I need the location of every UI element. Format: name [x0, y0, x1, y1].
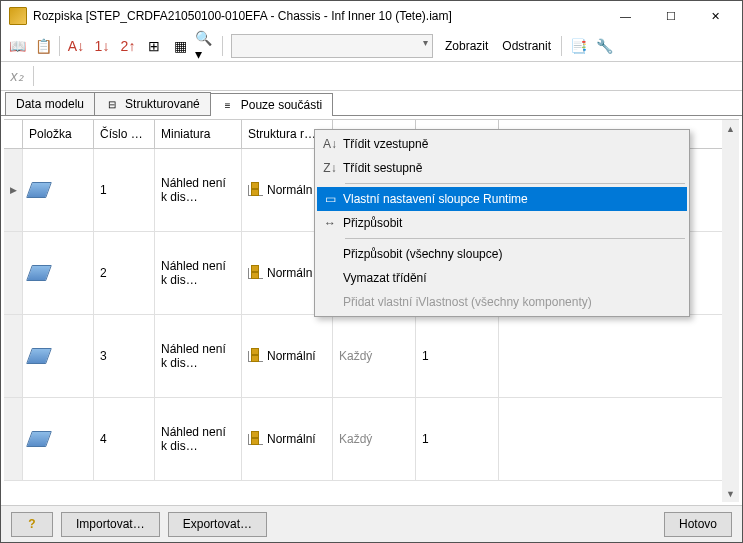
row-header-corner — [4, 120, 23, 148]
context-menu: A↓Třídit vzestupně Z↓Třídit sestupně ▭Vl… — [314, 129, 690, 317]
tab-label: Strukturované — [125, 97, 200, 111]
fit-icon: ↔ — [317, 216, 343, 230]
main-toolbar: 📖 📋 A↓ 1↓ 2↑ ⊞ ▦ 🔍▾ Zobrazit Odstranit 📑… — [1, 31, 742, 62]
separator — [33, 66, 34, 86]
menu-add-iproperty: Přidat vlastní iVlastnost (všechny kompo… — [317, 290, 687, 314]
menu-separator — [345, 238, 685, 239]
menu-fit-all[interactable]: Přizpůsobit (všechny sloupce) — [317, 242, 687, 266]
settings-icon: ▭ — [317, 192, 343, 206]
minimize-button[interactable]: — — [603, 2, 648, 31]
menu-separator — [345, 183, 685, 184]
cell-miniatura: Náhled není k dis… — [155, 398, 242, 480]
cell-polozka — [23, 315, 94, 397]
row-indicator — [4, 398, 23, 480]
tab-parts-only[interactable]: ≡Pouze součásti — [210, 93, 333, 116]
app-icon — [9, 7, 27, 25]
help-button[interactable]: ? — [11, 512, 53, 537]
sort-desc-icon: Z↓ — [317, 161, 343, 175]
row-indicator — [4, 315, 23, 397]
tab-label: Data modelu — [16, 97, 84, 111]
cell-miniatura: Náhled není k dis… — [155, 315, 242, 397]
tab-structured[interactable]: ⊟Strukturované — [94, 92, 211, 115]
cell-miniatura: Náhled není k dis… — [155, 149, 242, 231]
done-button[interactable]: Hotovo — [664, 512, 732, 537]
sort-asc-icon: A↓ — [317, 137, 343, 151]
menu-custom-column[interactable]: ▭Vlastní nastavení sloupce Runtime — [317, 187, 687, 211]
tree-icon: ⊟ — [105, 97, 119, 111]
menu-fit[interactable]: ↔Přizpůsobit — [317, 211, 687, 235]
part-icon — [26, 182, 52, 198]
structure-icon — [248, 268, 263, 279]
table-row[interactable]: 4 Náhled není k dis… Normální Každý 1 — [4, 398, 739, 481]
cell-cislo: 2 — [94, 232, 155, 314]
separator — [561, 36, 562, 56]
col-miniatura[interactable]: Miniatura — [155, 120, 242, 148]
close-button[interactable]: ✕ — [693, 2, 738, 31]
row-indicator: ▶ — [4, 149, 23, 231]
cell-jednotka: Každý — [333, 315, 416, 397]
cell-struktura: Normální — [242, 398, 333, 480]
import-button[interactable]: Importovat… — [61, 512, 160, 537]
list-icon: ≡ — [221, 98, 235, 112]
scroll-up-icon[interactable]: ▲ — [722, 120, 739, 137]
cell-mnozstvi: 1 — [416, 315, 499, 397]
part-icon — [26, 265, 52, 281]
tool2-icon[interactable]: 🔧 — [592, 34, 616, 58]
remove-button[interactable]: Odstranit — [496, 39, 557, 53]
cell-miniatura: Náhled není k dis… — [155, 232, 242, 314]
help-icon: ? — [28, 517, 35, 531]
footer: ? Importovat… Exportovat… Hotovo — [1, 505, 742, 542]
window-title: Rozpiska [STEP_CRDFA21050100-010EFA - Ch… — [33, 9, 603, 23]
formula-bar: x₂ — [1, 62, 742, 91]
structure-icon — [248, 351, 263, 362]
cell-polozka — [23, 398, 94, 480]
part-icon — [26, 348, 52, 364]
menu-sort-asc[interactable]: A↓Třídit vzestupně — [317, 132, 687, 156]
tool1-icon[interactable]: 📑 — [566, 34, 590, 58]
menu-sort-desc[interactable]: Z↓Třídit sestupně — [317, 156, 687, 180]
columns-icon[interactable]: ▦ — [168, 34, 192, 58]
cell-struktura: Normální — [242, 315, 333, 397]
window: Rozpiska [STEP_CRDFA21050100-010EFA - Ch… — [0, 0, 743, 543]
fx-icon[interactable]: x₂ — [5, 64, 29, 88]
cell-polozka — [23, 232, 94, 314]
col-cislo[interactable]: Číslo … — [94, 120, 155, 148]
structure-icon — [248, 185, 263, 196]
separator — [222, 36, 223, 56]
part-icon — [26, 431, 52, 447]
structure-icon — [248, 434, 263, 445]
book-icon[interactable]: 📖 — [5, 34, 29, 58]
filter-dropdown[interactable] — [231, 34, 433, 58]
show-button[interactable]: Zobrazit — [439, 39, 494, 53]
tab-label: Pouze součásti — [241, 98, 322, 112]
maximize-button[interactable]: ☐ — [648, 2, 693, 31]
zoom-icon[interactable]: 🔍▾ — [194, 34, 218, 58]
tab-data-model[interactable]: Data modelu — [5, 92, 95, 115]
cell-cislo: 4 — [94, 398, 155, 480]
sort-asc-icon[interactable]: A↓ — [64, 34, 88, 58]
separator — [59, 36, 60, 56]
cell-mnozstvi: 1 — [416, 398, 499, 480]
copy-icon[interactable]: 📋 — [31, 34, 55, 58]
cell-cislo: 1 — [94, 149, 155, 231]
sort-desc-icon[interactable]: 1↓ — [90, 34, 114, 58]
menu-clear-sort[interactable]: Vymazat třídění — [317, 266, 687, 290]
row-indicator — [4, 232, 23, 314]
group-icon[interactable]: ⊞ — [142, 34, 166, 58]
cell-jednotka: Každý — [333, 398, 416, 480]
sort-num-icon[interactable]: 2↑ — [116, 34, 140, 58]
table-row[interactable]: 3 Náhled není k dis… Normální Každý 1 — [4, 315, 739, 398]
titlebar: Rozpiska [STEP_CRDFA21050100-010EFA - Ch… — [1, 1, 742, 31]
tab-row: Data modelu ⊟Strukturované ≡Pouze součás… — [1, 91, 742, 116]
vertical-scrollbar[interactable]: ▲ ▼ — [722, 120, 739, 502]
col-polozka[interactable]: Položka — [23, 120, 94, 148]
scroll-down-icon[interactable]: ▼ — [722, 485, 739, 502]
export-button[interactable]: Exportovat… — [168, 512, 267, 537]
cell-cislo: 3 — [94, 315, 155, 397]
cell-polozka — [23, 149, 94, 231]
